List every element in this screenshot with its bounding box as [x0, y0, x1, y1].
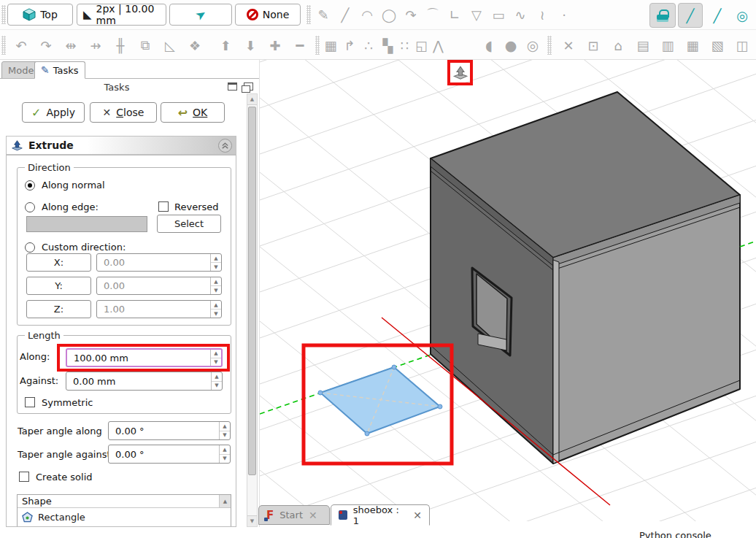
doc-report-icon[interactable]: ▤ — [630, 34, 655, 57]
toolbar-grip[interactable] — [306, 5, 311, 24]
length-against-spinbox[interactable]: 0.00 mm ▲▼ — [66, 372, 223, 391]
length-along-spinbox[interactable]: 100.00 mm ▲▼ — [66, 348, 223, 367]
boolean-union-icon[interactable]: ● — [500, 34, 522, 57]
toolbar-grip[interactable] — [547, 36, 552, 55]
shape-item-rectangle[interactable]: Rectangle — [18, 510, 231, 524]
toolbar-grip[interactable] — [315, 36, 320, 55]
select-edge-button[interactable]: Select — [157, 215, 221, 233]
apply-button[interactable]: ✓ Apply — [22, 102, 85, 123]
move-up-icon[interactable]: ⬆ — [213, 34, 238, 57]
along-normal-radio[interactable] — [25, 180, 35, 191]
z-spinbox[interactable]: 1.00 ▲▼ — [96, 300, 222, 318]
boolean-cut-icon[interactable]: ◖ — [478, 34, 500, 57]
tab-tasks[interactable]: ✎ Tasks — [34, 61, 85, 79]
pocket-icon[interactable]: ◱ — [413, 34, 430, 57]
leader-arrow-button[interactable]: ➤ — [169, 4, 232, 26]
trim-icon[interactable]: ◺ — [158, 34, 182, 57]
doc-chart-icon[interactable]: ▦ — [680, 34, 705, 57]
array-icon[interactable]: ▚ — [379, 34, 396, 57]
constrain-lock-icon[interactable] — [649, 3, 676, 28]
length-along-spin-arrows[interactable]: ▲▼ — [210, 350, 221, 366]
close-tab-icon[interactable]: ✕ — [309, 510, 317, 521]
y-spinbox[interactable]: 0.00 ▲▼ — [96, 277, 222, 295]
remove-icon[interactable]: ━ — [288, 34, 312, 57]
reversed-checkbox[interactable] — [158, 201, 169, 212]
move-icon[interactable]: ⇸ — [83, 34, 108, 57]
sketch-conic-icon[interactable]: ⌒ — [422, 3, 444, 26]
ok-button[interactable]: ↩ OK — [161, 102, 225, 123]
scroll-down-button[interactable]: ▼ — [247, 515, 257, 526]
sketch-point-dot-icon[interactable]: · — [553, 3, 575, 26]
sketch-circle-icon[interactable]: ◯ — [378, 3, 400, 26]
mirror-icon[interactable]: ⋀ — [430, 34, 447, 57]
taper-against-spin-arrows[interactable]: ▲▼ — [219, 445, 230, 463]
z-spin-arrows[interactable]: ▲▼ — [210, 301, 221, 318]
home-icon[interactable]: ⌂ — [606, 34, 630, 57]
tools-icon[interactable]: ✕ — [556, 34, 581, 57]
sketch-view-icon[interactable]: ⊡ — [581, 34, 606, 57]
sketch-fillet-icon[interactable]: ∟ — [444, 3, 466, 26]
sketch-periodic-bspline-icon[interactable]: ≀ — [531, 3, 553, 26]
3d-viewport[interactable] — [259, 60, 756, 538]
view-top-button[interactable]: Top — [7, 4, 73, 26]
constrain-distance-icon[interactable]: ╱ — [678, 3, 703, 28]
custom-direction-radio[interactable] — [25, 242, 35, 253]
dock-float-icon[interactable] — [244, 82, 253, 91]
symmetric-checkbox[interactable] — [25, 397, 35, 407]
mdi-tab-start[interactable]: F Start ✕ — [258, 505, 330, 525]
y-spin-arrows[interactable]: ▲▼ — [210, 277, 221, 294]
shape-list-header[interactable]: Shape — [18, 495, 231, 508]
along-edge-radio[interactable] — [25, 202, 35, 212]
sketch-line-icon[interactable]: ╱ — [334, 3, 356, 26]
scroll-up-button[interactable]: ▲ — [247, 94, 257, 105]
sketch-polygon-icon[interactable]: ▽ — [466, 3, 487, 26]
clone-group-icon[interactable]: ∷ — [396, 34, 413, 57]
close-button[interactable]: ✕ Close — [90, 102, 157, 123]
add-icon[interactable]: ✚ — [263, 34, 288, 57]
constrain-line-icon[interactable]: ╱ — [705, 3, 730, 28]
doc-stack-icon[interactable]: ◫ — [730, 34, 755, 57]
x-spin-arrows[interactable]: ▲▼ — [210, 254, 221, 271]
python-console-title[interactable]: Python console — [639, 530, 734, 538]
grid-blocks-icon[interactable]: ▦ — [321, 34, 340, 57]
sketch-rectangle-icon[interactable]: ▭ — [487, 3, 509, 26]
scatter-icon[interactable]: ∴ — [359, 34, 378, 57]
panel-scrollbar[interactable]: ▲ ▼ — [247, 93, 258, 527]
link-icon[interactable]: ↱ — [340, 34, 359, 57]
scale-icon[interactable]: ⧉ — [133, 34, 158, 57]
none-style-button[interactable]: None — [235, 4, 301, 26]
close-tab-icon[interactable]: ✕ — [413, 510, 422, 521]
extrude-section-header[interactable]: Extrude — [6, 136, 236, 155]
doc-code-icon[interactable]: ▧ — [705, 34, 730, 57]
copy-icon[interactable]: ↷ — [34, 34, 58, 57]
taper-along-spin-arrows[interactable]: ▲▼ — [219, 422, 230, 439]
line-width-button[interactable]: ◣ 2px | 10.00 mm — [77, 4, 166, 26]
move-down-icon[interactable]: ⬇ — [238, 34, 263, 57]
clone-icon[interactable]: ↶ — [9, 34, 34, 57]
x-spinbox[interactable]: 0.00 ▲▼ — [96, 253, 222, 272]
toolbar-grip[interactable] — [1, 36, 6, 55]
vertical-distance-icon[interactable]: ╫ — [108, 34, 133, 57]
sketch-arc-3pt-icon[interactable]: ↷ — [400, 3, 422, 26]
taper-against-spinbox[interactable]: 0.00 ° ▲▼ — [108, 445, 231, 464]
scrollbar-handle[interactable] — [248, 107, 256, 475]
dock-minimize-icon[interactable] — [228, 82, 237, 91]
boolean-common-icon[interactable]: ◎ — [522, 34, 544, 57]
sketch-point-icon[interactable]: ✎ — [312, 3, 334, 26]
sketch-rectangle[interactable] — [318, 365, 442, 436]
constrain-partial-icon[interactable]: ✛ — [750, 3, 756, 28]
extrude-tool-icon[interactable] — [452, 65, 468, 81]
mdi-tab-shoebox[interactable]: shoebox : 1 ✕ — [331, 504, 430, 526]
rotate-icon[interactable]: ❖ — [182, 34, 207, 57]
horizontal-distance-icon[interactable]: ⇹ — [58, 34, 83, 57]
toolbar-grip[interactable] — [1, 5, 6, 24]
collapse-section-button[interactable] — [218, 139, 232, 153]
sketch-arc-icon[interactable]: ◠ — [356, 3, 378, 26]
length-against-spin-arrows[interactable]: ▲▼ — [211, 372, 222, 390]
doc-part-icon[interactable]: ▥ — [655, 34, 680, 57]
shoebox-solid[interactable] — [431, 92, 740, 464]
shape-list-scroll-up[interactable]: ▲ — [219, 495, 231, 507]
taper-along-spinbox[interactable]: 0.00 ° ▲▼ — [108, 421, 231, 440]
sketch-bspline-icon[interactable]: ∿ — [509, 3, 531, 26]
create-solid-checkbox[interactable] — [19, 472, 29, 482]
